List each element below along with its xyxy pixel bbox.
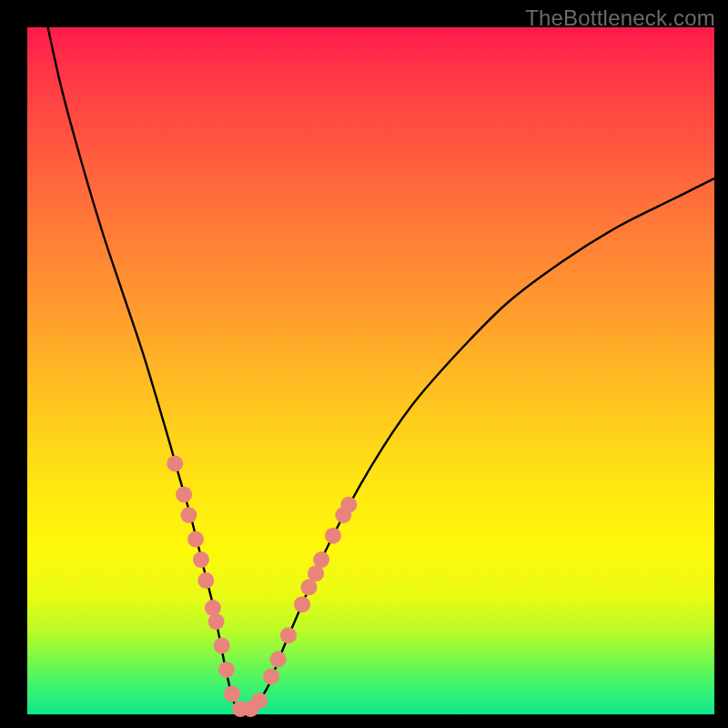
data-point — [197, 572, 214, 589]
data-point — [270, 652, 287, 668]
data-points-group — [167, 455, 357, 717]
data-point — [251, 693, 268, 709]
data-point — [218, 662, 235, 678]
data-point — [263, 669, 279, 685]
data-point — [167, 455, 183, 471]
data-point — [208, 613, 225, 630]
data-point — [214, 638, 230, 654]
plot-area — [27, 27, 714, 714]
data-point — [294, 596, 310, 612]
data-point — [176, 486, 192, 502]
bottleneck-curve — [48, 27, 714, 715]
data-point — [340, 497, 357, 513]
data-point — [224, 685, 240, 702]
chart-frame: TheBottleneck.com — [0, 0, 728, 728]
data-point — [193, 551, 209, 568]
data-point — [280, 627, 297, 643]
data-point — [325, 528, 341, 544]
chart-svg — [27, 27, 714, 714]
data-point — [205, 600, 221, 616]
data-point — [180, 507, 197, 523]
data-point — [313, 551, 329, 568]
data-point — [187, 531, 204, 548]
